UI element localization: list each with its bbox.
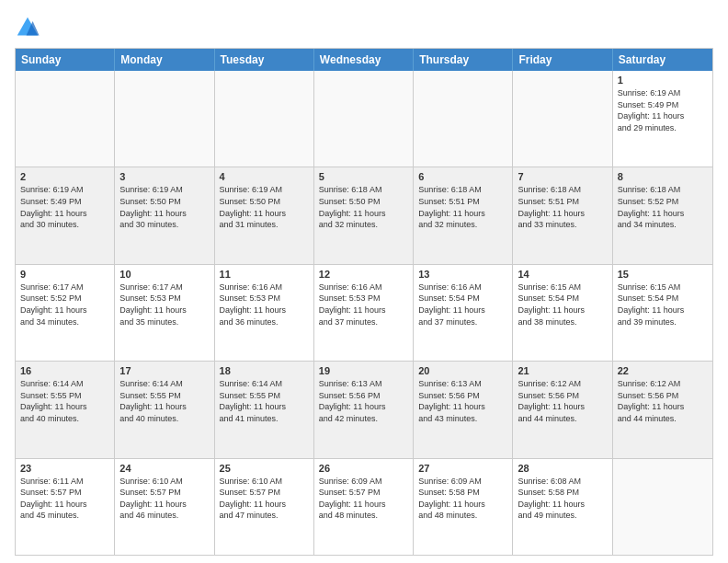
day-cell-12: 12Sunrise: 6:16 AM Sunset: 5:53 PM Dayli… bbox=[314, 265, 414, 361]
day-number: 9 bbox=[20, 269, 109, 280]
day-info: Sunrise: 6:16 AM Sunset: 5:53 PM Dayligh… bbox=[319, 282, 408, 327]
day-number: 2 bbox=[20, 171, 109, 182]
page: SundayMondayTuesdayWednesdayThursdayFrid… bbox=[0, 0, 728, 563]
day-info: Sunrise: 6:13 AM Sunset: 5:56 PM Dayligh… bbox=[319, 378, 408, 424]
day-cell-22: 22Sunrise: 6:12 AM Sunset: 5:56 PM Dayli… bbox=[613, 362, 712, 457]
day-number: 8 bbox=[618, 171, 708, 182]
day-info: Sunrise: 6:19 AM Sunset: 5:49 PM Dayligh… bbox=[618, 87, 708, 133]
empty-cell bbox=[215, 71, 314, 167]
day-cell-10: 10Sunrise: 6:17 AM Sunset: 5:53 PM Dayli… bbox=[115, 265, 214, 361]
calendar-week-1: 1Sunrise: 6:19 AM Sunset: 5:49 PM Daylig… bbox=[16, 71, 712, 167]
day-number: 3 bbox=[119, 171, 209, 182]
day-number: 6 bbox=[418, 171, 507, 182]
day-info: Sunrise: 6:12 AM Sunset: 5:56 PM Dayligh… bbox=[618, 378, 708, 424]
day-info: Sunrise: 6:15 AM Sunset: 5:54 PM Dayligh… bbox=[618, 282, 708, 327]
day-info: Sunrise: 6:09 AM Sunset: 5:58 PM Dayligh… bbox=[418, 476, 507, 522]
day-cell-20: 20Sunrise: 6:13 AM Sunset: 5:56 PM Dayli… bbox=[414, 362, 513, 457]
day-info: Sunrise: 6:08 AM Sunset: 5:58 PM Dayligh… bbox=[518, 476, 607, 522]
day-number: 27 bbox=[418, 463, 507, 474]
empty-cell bbox=[513, 71, 612, 167]
empty-cell bbox=[613, 459, 712, 555]
day-number: 10 bbox=[119, 269, 209, 280]
day-info: Sunrise: 6:09 AM Sunset: 5:57 PM Dayligh… bbox=[319, 476, 408, 522]
day-info: Sunrise: 6:16 AM Sunset: 5:53 PM Dayligh… bbox=[220, 282, 309, 327]
day-info: Sunrise: 6:11 AM Sunset: 5:57 PM Dayligh… bbox=[20, 476, 109, 522]
day-number: 15 bbox=[618, 269, 708, 280]
day-number: 12 bbox=[319, 269, 408, 280]
day-cell-18: 18Sunrise: 6:14 AM Sunset: 5:55 PM Dayli… bbox=[215, 362, 314, 457]
calendar-body: 1Sunrise: 6:19 AM Sunset: 5:49 PM Daylig… bbox=[16, 71, 712, 555]
day-number: 23 bbox=[20, 463, 109, 474]
header-day-monday: Monday bbox=[115, 49, 214, 71]
day-info: Sunrise: 6:19 AM Sunset: 5:49 PM Dayligh… bbox=[20, 184, 109, 230]
day-number: 19 bbox=[319, 365, 408, 376]
day-info: Sunrise: 6:18 AM Sunset: 5:51 PM Dayligh… bbox=[418, 184, 507, 230]
day-cell-24: 24Sunrise: 6:10 AM Sunset: 5:57 PM Dayli… bbox=[115, 459, 214, 555]
day-cell-23: 23Sunrise: 6:11 AM Sunset: 5:57 PM Dayli… bbox=[16, 459, 115, 555]
day-info: Sunrise: 6:10 AM Sunset: 5:57 PM Dayligh… bbox=[220, 476, 309, 522]
day-cell-27: 27Sunrise: 6:09 AM Sunset: 5:58 PM Dayli… bbox=[414, 459, 513, 555]
day-info: Sunrise: 6:14 AM Sunset: 5:55 PM Dayligh… bbox=[119, 378, 209, 424]
day-number: 4 bbox=[220, 171, 309, 182]
day-cell-17: 17Sunrise: 6:14 AM Sunset: 5:55 PM Dayli… bbox=[115, 362, 214, 457]
day-cell-3: 3Sunrise: 6:19 AM Sunset: 5:50 PM Daylig… bbox=[115, 167, 214, 263]
day-cell-1: 1Sunrise: 6:19 AM Sunset: 5:49 PM Daylig… bbox=[613, 71, 712, 167]
day-cell-28: 28Sunrise: 6:08 AM Sunset: 5:58 PM Dayli… bbox=[513, 459, 612, 555]
day-cell-8: 8Sunrise: 6:18 AM Sunset: 5:52 PM Daylig… bbox=[613, 167, 712, 263]
day-cell-5: 5Sunrise: 6:18 AM Sunset: 5:50 PM Daylig… bbox=[314, 167, 414, 263]
empty-cell bbox=[115, 71, 214, 167]
day-number: 11 bbox=[220, 269, 309, 280]
day-info: Sunrise: 6:18 AM Sunset: 5:51 PM Dayligh… bbox=[518, 184, 607, 230]
header-day-thursday: Thursday bbox=[414, 49, 513, 71]
day-cell-9: 9Sunrise: 6:17 AM Sunset: 5:52 PM Daylig… bbox=[16, 265, 115, 361]
day-info: Sunrise: 6:19 AM Sunset: 5:50 PM Dayligh… bbox=[119, 184, 209, 230]
calendar-header-row: SundayMondayTuesdayWednesdayThursdayFrid… bbox=[16, 49, 712, 71]
day-info: Sunrise: 6:17 AM Sunset: 5:52 PM Dayligh… bbox=[20, 282, 109, 327]
day-info: Sunrise: 6:15 AM Sunset: 5:54 PM Dayligh… bbox=[518, 282, 607, 327]
day-info: Sunrise: 6:18 AM Sunset: 5:52 PM Dayligh… bbox=[618, 184, 708, 230]
day-number: 13 bbox=[418, 269, 507, 280]
day-cell-25: 25Sunrise: 6:10 AM Sunset: 5:57 PM Dayli… bbox=[215, 459, 314, 555]
header-day-friday: Friday bbox=[513, 49, 612, 71]
day-number: 17 bbox=[119, 365, 209, 376]
day-cell-15: 15Sunrise: 6:15 AM Sunset: 5:54 PM Dayli… bbox=[613, 265, 712, 361]
day-info: Sunrise: 6:10 AM Sunset: 5:57 PM Dayligh… bbox=[119, 476, 209, 522]
day-number: 21 bbox=[518, 365, 607, 376]
day-cell-4: 4Sunrise: 6:19 AM Sunset: 5:50 PM Daylig… bbox=[215, 167, 314, 263]
day-info: Sunrise: 6:12 AM Sunset: 5:56 PM Dayligh… bbox=[518, 378, 607, 424]
header-day-tuesday: Tuesday bbox=[215, 49, 314, 71]
empty-cell bbox=[314, 71, 414, 167]
day-number: 7 bbox=[518, 171, 607, 182]
day-number: 18 bbox=[220, 365, 309, 376]
empty-cell bbox=[16, 71, 115, 167]
day-cell-7: 7Sunrise: 6:18 AM Sunset: 5:51 PM Daylig… bbox=[513, 167, 612, 263]
day-cell-26: 26Sunrise: 6:09 AM Sunset: 5:57 PM Dayli… bbox=[314, 459, 414, 555]
day-number: 1 bbox=[618, 75, 708, 86]
header-day-wednesday: Wednesday bbox=[314, 49, 414, 71]
day-info: Sunrise: 6:16 AM Sunset: 5:54 PM Dayligh… bbox=[418, 282, 507, 327]
calendar-week-5: 23Sunrise: 6:11 AM Sunset: 5:57 PM Dayli… bbox=[16, 458, 712, 555]
header bbox=[15, 15, 713, 40]
day-info: Sunrise: 6:13 AM Sunset: 5:56 PM Dayligh… bbox=[418, 378, 507, 424]
day-info: Sunrise: 6:18 AM Sunset: 5:50 PM Dayligh… bbox=[319, 184, 408, 230]
day-number: 14 bbox=[518, 269, 607, 280]
day-cell-13: 13Sunrise: 6:16 AM Sunset: 5:54 PM Dayli… bbox=[414, 265, 513, 361]
day-number: 5 bbox=[319, 171, 408, 182]
day-cell-19: 19Sunrise: 6:13 AM Sunset: 5:56 PM Dayli… bbox=[314, 362, 414, 457]
calendar-week-4: 16Sunrise: 6:14 AM Sunset: 5:55 PM Dayli… bbox=[16, 361, 712, 457]
day-cell-21: 21Sunrise: 6:12 AM Sunset: 5:56 PM Dayli… bbox=[513, 362, 612, 457]
day-cell-11: 11Sunrise: 6:16 AM Sunset: 5:53 PM Dayli… bbox=[215, 265, 314, 361]
calendar-week-2: 2Sunrise: 6:19 AM Sunset: 5:49 PM Daylig… bbox=[16, 167, 712, 263]
day-number: 28 bbox=[518, 463, 607, 474]
day-info: Sunrise: 6:19 AM Sunset: 5:50 PM Dayligh… bbox=[220, 184, 309, 230]
day-info: Sunrise: 6:17 AM Sunset: 5:53 PM Dayligh… bbox=[119, 282, 209, 327]
logo-icon bbox=[15, 15, 40, 40]
day-cell-14: 14Sunrise: 6:15 AM Sunset: 5:54 PM Dayli… bbox=[513, 265, 612, 361]
header-day-saturday: Saturday bbox=[613, 49, 712, 71]
day-number: 25 bbox=[220, 463, 309, 474]
day-number: 20 bbox=[418, 365, 507, 376]
header-day-sunday: Sunday bbox=[16, 49, 115, 71]
logo bbox=[15, 15, 44, 40]
day-info: Sunrise: 6:14 AM Sunset: 5:55 PM Dayligh… bbox=[20, 378, 109, 424]
calendar-week-3: 9Sunrise: 6:17 AM Sunset: 5:52 PM Daylig… bbox=[16, 264, 712, 361]
